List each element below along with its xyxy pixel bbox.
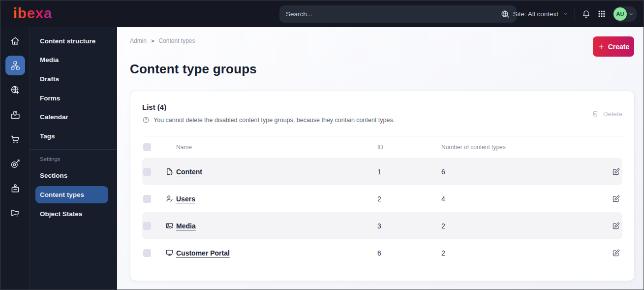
search-input[interactable] bbox=[286, 10, 501, 18]
rail-item-content[interactable] bbox=[5, 56, 25, 75]
row-checkbox[interactable] bbox=[143, 222, 151, 230]
rail-item-campaigns[interactable] bbox=[5, 203, 25, 223]
app-window: ibexa Site: All context bbox=[0, 0, 644, 290]
row-checkbox[interactable] bbox=[143, 168, 151, 176]
breadcrumb-separator: > bbox=[151, 38, 154, 44]
edit-button[interactable] bbox=[612, 194, 622, 203]
audience-target-icon bbox=[10, 159, 21, 169]
megaphone-icon bbox=[10, 208, 21, 219]
notifications-button[interactable] bbox=[582, 9, 591, 19]
chevron-down-icon bbox=[628, 11, 634, 17]
menu-section-settings: Settings bbox=[30, 152, 117, 166]
sidebar-menu: Content structure Media Drafts Forms Cal… bbox=[30, 27, 117, 290]
chevron-down-icon bbox=[562, 11, 568, 17]
help-icon bbox=[142, 116, 150, 124]
group-count: 6 bbox=[441, 168, 612, 176]
delete-button[interactable]: Delete bbox=[591, 110, 622, 118]
image-edit-icon bbox=[165, 222, 176, 230]
sidebar-item-media[interactable]: Media bbox=[30, 51, 117, 70]
group-name-link[interactable]: Users bbox=[176, 195, 377, 203]
group-id: 3 bbox=[377, 222, 441, 230]
id-badge-icon bbox=[10, 183, 21, 194]
plus-icon bbox=[598, 43, 605, 50]
edit-icon bbox=[612, 194, 620, 203]
sidebar-item-content-structure[interactable]: Content structure bbox=[30, 32, 117, 51]
sidebar-item-sections[interactable]: Sections bbox=[30, 166, 117, 186]
breadcrumb: Admin > Content types bbox=[130, 37, 195, 44]
sidebar-item-content-types[interactable]: Content types bbox=[35, 186, 108, 203]
icon-rail bbox=[0, 27, 30, 290]
edit-icon bbox=[612, 222, 620, 230]
page-title: Content type groups bbox=[130, 62, 257, 77]
table-row: Users 2 4 bbox=[142, 185, 622, 212]
monitor-edit-icon bbox=[165, 249, 176, 257]
topbar-divider bbox=[575, 8, 575, 20]
content-type-groups-table: Name ID Number of content types Content … bbox=[142, 136, 622, 266]
trash-icon bbox=[591, 110, 599, 118]
ibexa-logo: ibexa bbox=[13, 5, 52, 22]
user-menu[interactable]: AU bbox=[613, 6, 637, 22]
row-checkbox[interactable] bbox=[143, 195, 151, 203]
group-id: 1 bbox=[377, 168, 441, 176]
grid-icon bbox=[597, 9, 606, 18]
group-name-link[interactable]: Media bbox=[176, 222, 377, 230]
column-name: Name bbox=[176, 144, 377, 151]
content-tree-icon bbox=[10, 60, 21, 71]
home-icon bbox=[10, 35, 21, 46]
bell-icon bbox=[582, 9, 591, 19]
globe-cursor-icon bbox=[10, 85, 21, 96]
file-edit-icon bbox=[165, 167, 176, 176]
topbar: ibexa Site: All context bbox=[0, 0, 644, 27]
group-name-link[interactable]: Customer Portal bbox=[176, 249, 377, 257]
cart-icon bbox=[10, 134, 21, 145]
site-context-switcher[interactable]: Site: All context bbox=[500, 9, 568, 18]
app-switcher-button[interactable] bbox=[597, 9, 606, 18]
group-id: 2 bbox=[377, 195, 441, 203]
select-all-checkbox[interactable] bbox=[143, 143, 151, 151]
sidebar-item-forms[interactable]: Forms bbox=[30, 89, 117, 108]
edit-button[interactable] bbox=[612, 249, 622, 258]
column-id: ID bbox=[377, 144, 441, 151]
list-title: List (4) bbox=[142, 103, 395, 111]
user-edit-icon bbox=[165, 194, 176, 203]
column-count: Number of content types bbox=[441, 144, 612, 151]
edit-icon bbox=[612, 249, 620, 258]
edit-icon bbox=[612, 167, 620, 176]
avatar: AU bbox=[613, 7, 627, 21]
table-row: Media 3 2 bbox=[142, 212, 622, 239]
sidebar-item-calendar[interactable]: Calendar bbox=[30, 107, 117, 127]
sidebar-item-object-states[interactable]: Object States bbox=[30, 204, 117, 224]
search-bar[interactable] bbox=[279, 5, 517, 23]
sidebar-item-tags[interactable]: Tags bbox=[30, 127, 117, 146]
rail-item-products[interactable] bbox=[5, 105, 25, 125]
rail-item-commerce[interactable] bbox=[5, 129, 25, 149]
product-boxes-icon bbox=[10, 109, 21, 120]
group-id: 6 bbox=[377, 249, 441, 257]
content-type-groups-panel: List (4) You cannot delete the disabled … bbox=[130, 91, 635, 281]
breadcrumb-current: Content types bbox=[158, 37, 195, 44]
row-checkbox[interactable] bbox=[143, 249, 151, 257]
table-row: Customer Portal 6 2 bbox=[142, 239, 622, 266]
edit-button[interactable] bbox=[612, 167, 622, 176]
rail-item-customer-portal[interactable] bbox=[5, 179, 25, 198]
table-row: Content 1 6 bbox=[142, 158, 622, 185]
rail-item-audience[interactable] bbox=[5, 154, 25, 174]
create-button[interactable]: Create bbox=[593, 36, 634, 57]
group-count: 4 bbox=[441, 195, 612, 203]
edit-button[interactable] bbox=[612, 222, 622, 230]
site-context-label: Site: All context bbox=[513, 10, 558, 18]
group-name-link[interactable]: Content bbox=[176, 168, 377, 176]
help-text: You cannot delete the disabled content t… bbox=[153, 117, 395, 124]
group-count: 2 bbox=[441, 249, 612, 257]
main-content: Admin > Content types Create Content typ… bbox=[117, 27, 644, 290]
rail-item-dashboard[interactable] bbox=[5, 31, 25, 51]
breadcrumb-admin[interactable]: Admin bbox=[130, 37, 147, 44]
topbar-actions: Site: All context AU bbox=[500, 0, 637, 27]
table-header: Name ID Number of content types bbox=[142, 136, 622, 158]
globe-icon bbox=[500, 9, 509, 18]
rail-item-site[interactable] bbox=[5, 80, 25, 100]
sidebar-item-drafts[interactable]: Drafts bbox=[30, 69, 117, 89]
menu-divider bbox=[30, 149, 117, 150]
group-count: 2 bbox=[441, 222, 612, 230]
